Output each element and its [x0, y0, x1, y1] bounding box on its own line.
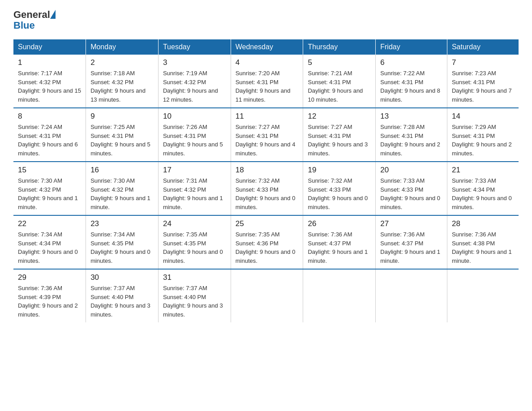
- day-info: Sunrise: 7:30 AMSunset: 4:32 PMDaylight:…: [18, 176, 81, 211]
- day-number: 11: [236, 112, 299, 121]
- calendar-cell: 14 Sunrise: 7:29 AMSunset: 4:31 PMDaylig…: [447, 108, 519, 162]
- day-info: Sunrise: 7:25 AMSunset: 4:31 PMDaylight:…: [90, 123, 154, 158]
- day-number: 26: [308, 219, 371, 228]
- day-number: 14: [452, 112, 514, 121]
- calendar-cell: 13 Sunrise: 7:28 AMSunset: 4:31 PMDaylig…: [376, 108, 447, 162]
- calendar-cell: 12 Sunrise: 7:27 AMSunset: 4:31 PMDaylig…: [303, 108, 376, 162]
- calendar-week-row: 1 Sunrise: 7:17 AMSunset: 4:32 PMDayligh…: [13, 55, 519, 108]
- day-number: 5: [308, 58, 371, 67]
- day-number: 28: [452, 219, 514, 228]
- calendar-cell: 11 Sunrise: 7:27 AMSunset: 4:31 PMDaylig…: [231, 108, 303, 162]
- weekday-header-thursday: Thursday: [303, 39, 376, 55]
- day-info: Sunrise: 7:20 AMSunset: 4:31 PMDaylight:…: [236, 69, 299, 104]
- calendar-week-row: 15 Sunrise: 7:30 AMSunset: 4:32 PMDaylig…: [13, 162, 519, 215]
- day-info: Sunrise: 7:37 AMSunset: 4:40 PMDaylight:…: [163, 284, 226, 319]
- weekday-header-friday: Friday: [376, 39, 447, 55]
- weekday-header-monday: Monday: [86, 39, 159, 55]
- day-number: 4: [236, 58, 299, 67]
- calendar-cell: [447, 269, 519, 322]
- day-info: Sunrise: 7:29 AMSunset: 4:31 PMDaylight:…: [452, 123, 514, 158]
- logo-triangle-icon: [50, 10, 56, 19]
- day-info: Sunrise: 7:17 AMSunset: 4:32 PMDaylight:…: [18, 69, 81, 104]
- calendar-cell: 27 Sunrise: 7:36 AMSunset: 4:37 PMDaylig…: [376, 215, 447, 269]
- calendar-cell: 20 Sunrise: 7:33 AMSunset: 4:33 PMDaylig…: [376, 162, 447, 215]
- day-number: 24: [163, 219, 226, 228]
- day-info: Sunrise: 7:37 AMSunset: 4:40 PMDaylight:…: [90, 284, 154, 319]
- day-info: Sunrise: 7:21 AMSunset: 4:31 PMDaylight:…: [308, 69, 371, 104]
- calendar-cell: 25 Sunrise: 7:35 AMSunset: 4:36 PMDaylig…: [231, 215, 303, 269]
- logo: General Blue: [13, 9, 56, 30]
- day-info: Sunrise: 7:27 AMSunset: 4:31 PMDaylight:…: [236, 123, 299, 158]
- calendar-week-row: 29 Sunrise: 7:36 AMSunset: 4:39 PMDaylig…: [13, 269, 519, 322]
- day-info: Sunrise: 7:24 AMSunset: 4:31 PMDaylight:…: [18, 123, 81, 158]
- day-number: 7: [452, 58, 514, 67]
- calendar-cell: 15 Sunrise: 7:30 AMSunset: 4:32 PMDaylig…: [13, 162, 86, 215]
- day-info: Sunrise: 7:33 AMSunset: 4:33 PMDaylight:…: [380, 176, 442, 211]
- calendar-cell: [376, 269, 447, 322]
- calendar-cell: 18 Sunrise: 7:32 AMSunset: 4:33 PMDaylig…: [231, 162, 303, 215]
- calendar-cell: 2 Sunrise: 7:18 AMSunset: 4:32 PMDayligh…: [86, 55, 159, 108]
- calendar-week-row: 8 Sunrise: 7:24 AMSunset: 4:31 PMDayligh…: [13, 108, 519, 162]
- calendar-cell: 31 Sunrise: 7:37 AMSunset: 4:40 PMDaylig…: [158, 269, 231, 322]
- day-number: 3: [163, 58, 226, 67]
- day-number: 19: [308, 166, 371, 175]
- day-info: Sunrise: 7:34 AMSunset: 4:35 PMDaylight:…: [90, 230, 154, 265]
- day-number: 15: [18, 166, 81, 175]
- calendar-cell: 1 Sunrise: 7:17 AMSunset: 4:32 PMDayligh…: [13, 55, 86, 108]
- calendar-cell: 6 Sunrise: 7:22 AMSunset: 4:31 PMDayligh…: [376, 55, 447, 108]
- day-info: Sunrise: 7:22 AMSunset: 4:31 PMDaylight:…: [380, 69, 442, 104]
- calendar-cell: 16 Sunrise: 7:30 AMSunset: 4:32 PMDaylig…: [86, 162, 159, 215]
- calendar-cell: 10 Sunrise: 7:26 AMSunset: 4:31 PMDaylig…: [158, 108, 231, 162]
- day-number: 25: [236, 219, 299, 228]
- calendar-cell: 3 Sunrise: 7:19 AMSunset: 4:32 PMDayligh…: [158, 55, 231, 108]
- calendar-table: SundayMondayTuesdayWednesdayThursdayFrid…: [13, 39, 519, 322]
- day-number: 16: [90, 166, 154, 175]
- calendar-cell: 22 Sunrise: 7:34 AMSunset: 4:34 PMDaylig…: [13, 215, 86, 269]
- calendar-cell: 8 Sunrise: 7:24 AMSunset: 4:31 PMDayligh…: [13, 108, 86, 162]
- weekday-header-tuesday: Tuesday: [158, 39, 231, 55]
- day-number: 20: [380, 166, 442, 175]
- calendar-cell: 30 Sunrise: 7:37 AMSunset: 4:40 PMDaylig…: [86, 269, 159, 322]
- day-info: Sunrise: 7:33 AMSunset: 4:34 PMDaylight:…: [452, 176, 514, 211]
- day-info: Sunrise: 7:34 AMSunset: 4:34 PMDaylight:…: [18, 230, 81, 265]
- day-info: Sunrise: 7:28 AMSunset: 4:31 PMDaylight:…: [380, 123, 442, 158]
- day-number: 1: [18, 58, 81, 67]
- day-info: Sunrise: 7:36 AMSunset: 4:37 PMDaylight:…: [380, 230, 442, 265]
- weekday-header-saturday: Saturday: [447, 39, 519, 55]
- day-info: Sunrise: 7:27 AMSunset: 4:31 PMDaylight:…: [308, 123, 371, 158]
- day-number: 17: [163, 166, 226, 175]
- calendar-cell: 26 Sunrise: 7:36 AMSunset: 4:37 PMDaylig…: [303, 215, 376, 269]
- day-info: Sunrise: 7:32 AMSunset: 4:33 PMDaylight:…: [236, 176, 299, 211]
- logo-general-text: General: [13, 9, 50, 21]
- weekday-header-row: SundayMondayTuesdayWednesdayThursdayFrid…: [13, 39, 519, 55]
- day-info: Sunrise: 7:32 AMSunset: 4:33 PMDaylight:…: [308, 176, 371, 211]
- logo-blue-text: Blue: [13, 21, 35, 30]
- day-info: Sunrise: 7:35 AMSunset: 4:36 PMDaylight:…: [236, 230, 299, 265]
- calendar-cell: 24 Sunrise: 7:35 AMSunset: 4:35 PMDaylig…: [158, 215, 231, 269]
- day-info: Sunrise: 7:26 AMSunset: 4:31 PMDaylight:…: [163, 123, 226, 158]
- calendar-cell: [303, 269, 376, 322]
- calendar-cell: [231, 269, 303, 322]
- calendar-cell: 21 Sunrise: 7:33 AMSunset: 4:34 PMDaylig…: [447, 162, 519, 215]
- calendar-week-row: 22 Sunrise: 7:34 AMSunset: 4:34 PMDaylig…: [13, 215, 519, 269]
- day-number: 2: [90, 58, 154, 67]
- day-info: Sunrise: 7:23 AMSunset: 4:31 PMDaylight:…: [452, 69, 514, 104]
- weekday-header-sunday: Sunday: [13, 39, 86, 55]
- day-number: 22: [18, 219, 81, 228]
- day-info: Sunrise: 7:18 AMSunset: 4:32 PMDaylight:…: [90, 69, 154, 104]
- day-number: 21: [452, 166, 514, 175]
- day-number: 9: [90, 112, 154, 121]
- day-info: Sunrise: 7:36 AMSunset: 4:38 PMDaylight:…: [452, 230, 514, 265]
- day-info: Sunrise: 7:35 AMSunset: 4:35 PMDaylight:…: [163, 230, 226, 265]
- day-number: 8: [18, 112, 81, 121]
- weekday-header-wednesday: Wednesday: [231, 39, 303, 55]
- calendar-cell: 4 Sunrise: 7:20 AMSunset: 4:31 PMDayligh…: [231, 55, 303, 108]
- day-number: 12: [308, 112, 371, 121]
- calendar-cell: 7 Sunrise: 7:23 AMSunset: 4:31 PMDayligh…: [447, 55, 519, 108]
- calendar-cell: 23 Sunrise: 7:34 AMSunset: 4:35 PMDaylig…: [86, 215, 159, 269]
- day-number: 29: [18, 273, 81, 282]
- day-number: 30: [90, 273, 154, 282]
- calendar-cell: 9 Sunrise: 7:25 AMSunset: 4:31 PMDayligh…: [86, 108, 159, 162]
- day-info: Sunrise: 7:36 AMSunset: 4:37 PMDaylight:…: [308, 230, 371, 265]
- calendar-cell: 17 Sunrise: 7:31 AMSunset: 4:32 PMDaylig…: [158, 162, 231, 215]
